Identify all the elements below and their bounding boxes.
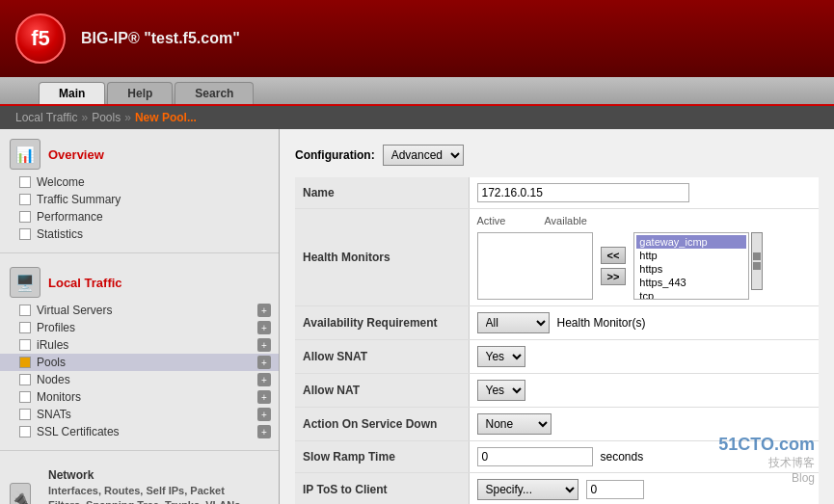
performance-checkbox [19, 211, 31, 223]
statistics-label: Statistics [37, 227, 271, 241]
sidebar-item-monitors[interactable]: Monitors + [0, 388, 279, 406]
sidebar-item-irules[interactable]: iRules + [0, 336, 279, 354]
availability-select[interactable]: All At Least [477, 312, 550, 333]
app-title: BIG-IP® "test.f5.com" [81, 30, 240, 47]
statistics-checkbox [19, 228, 31, 240]
local-traffic-label: Local Traffic [48, 276, 122, 290]
allow-nat-value: Yes No [469, 374, 819, 408]
virtual-servers-expand[interactable]: + [257, 304, 271, 317]
welcome-checkbox [19, 176, 31, 188]
sidebar-item-ssl-certificates[interactable]: SSL Certificates + [0, 423, 279, 440]
sidebar-item-statistics[interactable]: Statistics [0, 225, 279, 243]
availability-suffix: Health Monitor(s) [557, 316, 646, 330]
traffic-summary-checkbox [19, 194, 31, 205]
name-row: Name [295, 177, 819, 209]
name-input[interactable] [477, 183, 689, 202]
allow-snat-value: Yes No [469, 340, 819, 374]
tab-help[interactable]: Help [107, 82, 173, 104]
availability-row: Availability Requirement All At Least He… [295, 306, 819, 340]
ssl-expand[interactable]: + [257, 425, 271, 438]
profiles-expand[interactable]: + [257, 321, 271, 334]
move-right-btn[interactable]: >> [601, 268, 627, 285]
traffic-summary-label: Traffic Summary [37, 193, 271, 206]
sidebar-item-snats[interactable]: SNATs + [0, 406, 279, 423]
sidebar-item-profiles[interactable]: Profiles + [0, 319, 279, 336]
watermark-sub2: Blog [718, 471, 815, 485]
tab-main[interactable]: Main [39, 82, 105, 104]
allow-snat-select[interactable]: Yes No [477, 346, 525, 367]
availability-container: All At Least Health Monitor(s) [477, 312, 812, 333]
name-cell-label: Name [295, 177, 469, 209]
sidebar-item-traffic-summary[interactable]: Traffic Summary [0, 191, 279, 208]
move-left-btn[interactable]: << [601, 247, 627, 264]
available-label: Available [544, 215, 586, 226]
pools-label: Pools [37, 356, 257, 369]
pools-checkbox [19, 357, 31, 368]
ssl-label: SSL Certificates [37, 425, 257, 438]
monitor-item-tcp[interactable]: tcp [636, 289, 746, 300]
tab-search[interactable]: Search [175, 82, 254, 104]
monitors-checkbox [19, 391, 31, 403]
sidebar-item-virtual-servers[interactable]: Virtual Servers + [0, 302, 279, 319]
breadcrumb-pools[interactable]: Pools [92, 111, 121, 124]
allow-nat-select[interactable]: Yes No [477, 380, 525, 401]
ip-tos-select[interactable]: Specify... Pass Through [477, 479, 578, 500]
slow-ramp-suffix: seconds [601, 450, 644, 464]
main-layout: 📊 Overview Welcome Traffic Summary Perfo… [0, 129, 834, 504]
sidebar-item-welcome[interactable]: Welcome [0, 173, 279, 191]
sidebar-item-pools[interactable]: Pools + [0, 354, 279, 371]
pools-expand[interactable]: + [257, 356, 271, 369]
slow-ramp-label: Slow Ramp Time [295, 441, 469, 473]
breadcrumb: Local Traffic » Pools » New Pool... [0, 106, 834, 129]
logo-text: f5 [31, 26, 50, 51]
health-monitors-label: Health Monitors [295, 209, 469, 306]
irules-label: iRules [37, 338, 257, 352]
active-monitor-box[interactable] [477, 232, 593, 300]
f5-logo: f5 [15, 13, 66, 64]
ip-tos-input[interactable] [586, 480, 644, 499]
configuration-row: Configuration: Advanced Basic [295, 145, 819, 166]
allow-snat-row: Allow SNAT Yes No [295, 340, 819, 374]
monitor-item-http[interactable]: http [636, 249, 746, 262]
action-down-select[interactable]: None Reset Drop Reselect [477, 413, 552, 435]
available-monitor-box[interactable]: gateway_icmp http https https_443 tcp [633, 232, 749, 300]
profiles-label: Profiles [37, 321, 257, 334]
breadcrumb-local-traffic[interactable]: Local Traffic [15, 111, 77, 124]
snats-label: SNATs [37, 408, 257, 421]
network-info: Network Interfaces, Routes, Self IPs, Pa… [39, 464, 269, 504]
availability-label: Availability Requirement [295, 306, 469, 340]
slow-ramp-input[interactable] [477, 447, 593, 466]
network-icon: 🔌 [10, 483, 31, 504]
sidebar: 📊 Overview Welcome Traffic Summary Perfo… [0, 129, 280, 504]
monitor-item-gateway[interactable]: gateway_icmp [636, 235, 746, 249]
overview-icon: 📊 [10, 139, 40, 170]
sidebar-divider-1 [0, 252, 279, 253]
configuration-select[interactable]: Advanced Basic [383, 145, 464, 166]
snats-checkbox [19, 409, 31, 420]
ip-tos-label: IP ToS to Client [295, 473, 469, 505]
breadcrumb-current: New Pool... [135, 111, 197, 124]
monitors-label: Monitors [37, 390, 257, 404]
nodes-label: Nodes [37, 373, 257, 386]
overview-label: Overview [48, 147, 104, 162]
sidebar-item-performance[interactable]: Performance [0, 208, 279, 225]
breadcrumb-arrow-2: » [124, 111, 131, 124]
active-label: Active [477, 215, 506, 226]
monitor-item-https[interactable]: https [636, 262, 746, 276]
sidebar-network-section: 🔌 Network Interfaces, Routes, Self IPs, … [0, 455, 279, 504]
monitors-expand[interactable]: + [257, 390, 271, 404]
snats-expand[interactable]: + [257, 408, 271, 421]
sidebar-local-traffic-header: 🖥️ Local Traffic [0, 263, 279, 302]
watermark-sub1: 技术博客 [718, 455, 815, 471]
sidebar-network-header: 🔌 Network Interfaces, Routes, Self IPs, … [0, 461, 279, 504]
availability-value: All At Least Health Monitor(s) [469, 306, 819, 340]
health-monitors-value: Active Available << >> gateway_ic [469, 209, 819, 306]
monitor-item-https443[interactable]: https_443 [636, 276, 746, 289]
watermark: 51CTO.com 技术博客 Blog [718, 435, 815, 485]
sidebar-divider-2 [0, 450, 279, 451]
sidebar-local-traffic-section: 🖥️ Local Traffic Virtual Servers + Profi… [0, 257, 279, 446]
sidebar-item-nodes[interactable]: Nodes + [0, 371, 279, 388]
nodes-expand[interactable]: + [257, 373, 271, 386]
irules-expand[interactable]: + [257, 338, 271, 352]
monitor-arrows: << >> [601, 247, 627, 285]
